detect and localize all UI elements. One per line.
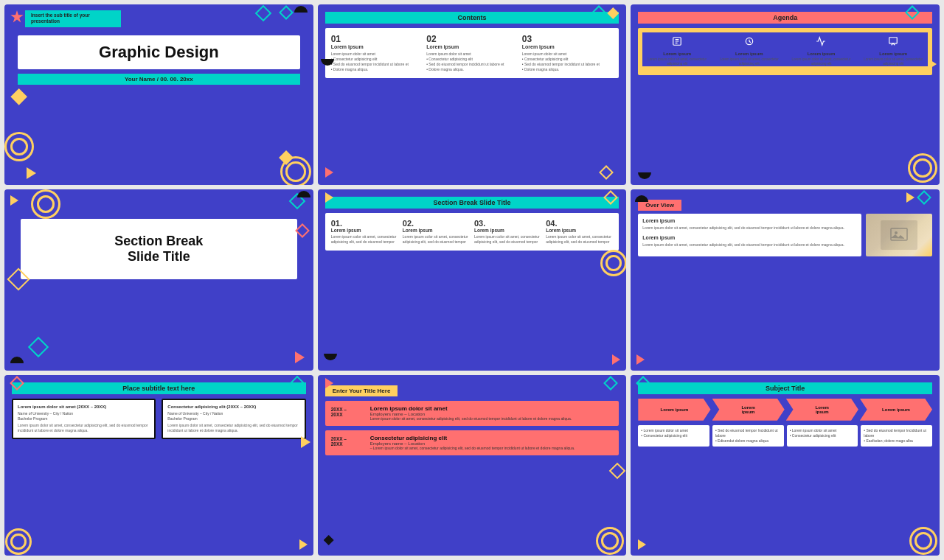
deco-s6-diam [917,190,931,205]
agenda-icons-row: Lorem ipsum Lorem ipsum color sit amet, … [642,32,928,66]
deco-diam-s2-3 [599,165,614,180]
agenda-icon-3: Lorem ipsum Lorem ipsum color sit amet, … [787,32,856,66]
col3-title: Lorem ipsum [522,44,614,49]
slide1-subtitle: Your Name / 00. 00. 20xx [18,74,300,85]
slide7-cards: Lorem ipsum dolor sit amet (20XX – 20XX)… [12,399,306,439]
entry2-body: – Lorem ipsum dolor sit amet, consectetu… [370,446,614,451]
col1-title: Lorem ipsum [331,44,423,49]
deco-circle-2 [285,161,306,182]
s5-col4-title: Lorem ipsum [546,228,613,233]
slide2-content: 01 Lorem ipsum Lorem ipsum dolor sit ame… [325,28,620,78]
slide9-sub-grid: • Lorem ipsum dolor sit amet• Consectetu… [638,425,932,447]
agenda-icon-1: Lorem ipsum Lorem ipsum color sit amet, … [642,32,712,66]
img-inner [881,220,917,250]
col2-num: 02 [426,34,518,44]
s5-col-2: 02. Lorem ipsum Lorem ipsum color sit am… [403,219,470,245]
arrow-4: Lorem ipsum [860,399,932,421]
entry1-row: 20XX –20XX Lorem ipsum dolor sit amet Em… [331,405,614,421]
s5-col-3: 03. Lorem ipsum Lorem ipsum color sit am… [474,219,541,245]
overview-h2: Lorem ipsum [642,235,857,240]
deco-s5-circle [605,255,622,271]
s5-col1-body: Lorem ipsum color sit amet, consectetur … [331,234,398,245]
deco-s9-circle [914,532,932,550]
sub-card-4: • Sed do eiusmod tempor Incididunt ut la… [861,425,932,447]
deco-s3-sc [638,172,651,179]
entry2-row: 20XX –20XX Consectetur adipisicing elit … [331,435,614,451]
deco-star-1 [10,10,24,24]
card-1: Lorem ipsum dolor sit amet (20XX – 20XX)… [12,399,156,439]
slide5-content: 01. Lorem ipsum Lorem ipsum color sit am… [325,213,620,251]
deco-s4-sc [297,191,310,197]
s5-col2-body: Lorem ipsum color sit amet, consectetur … [403,234,470,245]
col1-body: Lorem ipsum dolor sit amet• Consectetur … [331,52,423,72]
slide4-title-box: Section BreakSlide Title [21,219,297,279]
slide5-header: Section Break Slide Title [325,197,620,209]
agenda-label-2: Lorem ipsum [735,52,763,56]
deco-s4-tri-1 [10,195,18,206]
insert-label-container: Insert the sub title of your presentatio… [25,10,121,27]
entry1-dates: 20XX –20XX [331,405,364,417]
s5-col4-body: Lorem ipsum color sit amet, consectetur … [546,234,613,245]
card1-institution: Name of University – City / NationBachel… [18,411,150,421]
col3-num: 03 [522,34,614,44]
arrow-3: Loremipsum [786,399,858,421]
agenda-icon-2: Lorem ipsum Lorem ipsum color sit amet, … [715,32,784,66]
entry2-content: Consectetur adipisicing elit Employers n… [370,435,614,451]
sub-card-3: • Lorem ipsum dolor sit amet• Consectetu… [787,425,858,447]
slide-7-resume: Place subtitle text here Lorem ipsum dol… [4,375,313,556]
agenda-body-4: Lorem ipsum color sit amet, consectetur … [858,57,928,66]
col3-body: Lorem ipsum dolor sit amet• Consectetur … [522,52,614,72]
slide9-arrows: Lorem ipsum Loremipsum Loremipsum Lorem … [638,399,932,421]
deco-s3-circle [913,158,932,178]
deco-s4-diam-1 [288,193,305,210]
col2-body: Lorem ipsum dolor sit amet• Consectetur … [426,52,518,72]
s5-col1-title: Lorem ipsum [331,228,398,233]
overview-body2: Lorem ipsum dolor sit amet, consectetur … [642,242,857,248]
deco-s8-2 [603,376,618,391]
agenda-body-3: Lorem ipsum color sit amet, consectetur … [787,57,856,66]
deco-s4-diam-3 [295,223,310,238]
deco-triangle-1 [27,167,36,179]
s5-col2-num: 02. [403,219,470,228]
svg-point-7 [895,231,898,234]
s5-col2-title: Lorem ipsum [403,228,470,233]
entry2-title: Consectetur adipisicing elit [370,435,614,441]
svg-rect-6 [891,228,907,240]
slide8-entry-1: 20XX –20XX Lorem ipsum dolor sit amet Em… [325,401,620,426]
agenda-body-2: Lorem ipsum color sit amet, consectetur … [715,57,784,66]
slide-8-timeline: Enter Your Title Here 20XX –20XX Lorem i… [318,375,627,556]
slide2-header: Contents [325,12,620,24]
entry2-dates: 20XX –20XX [331,435,364,447]
slide-9-process: Subject Title Lorem ipsum Loremipsum Lor… [631,375,940,556]
deco-s5-sc [324,354,337,360]
card-2: Consectetur adipisicing elit (20XX – 20X… [162,399,305,439]
deco-s8-3 [609,463,626,480]
deco-diamond-yellow [10,88,27,105]
card2-title: Consectetur adipisicing elit (20XX – 20X… [167,405,299,409]
slide-6-overview: Over View Lorem ipsum Lorem ipsum dolor … [631,189,940,370]
deco-s7-circle [10,533,27,550]
card1-title: Lorem ipsum dolor sit amet (20XX – 20XX) [18,405,150,409]
svg-rect-5 [889,38,898,43]
slide7-header: Place subtitle text here [12,382,306,394]
col-1: 01 Lorem ipsum Lorem ipsum dolor sit ame… [331,34,423,72]
agenda-icon-circle-3 [812,32,830,50]
card2-institution: Name of University – City / NationBachel… [167,411,299,421]
s5-col4-num: 04. [546,219,613,228]
title-box-1: Graphic Design [18,35,300,69]
s5-col3-num: 03. [474,219,541,228]
slide-4-section-break: Section BreakSlide Title [4,189,313,370]
slide8-entry-2: 20XX –20XX Consectetur adipisicing elit … [325,430,620,455]
deco-circle-1 [10,138,28,155]
deco-diamond-1 [254,5,271,22]
overview-text: Lorem ipsum Lorem ipsum dolor sit amet, … [638,214,861,256]
col2-title: Lorem ipsum [426,44,518,49]
entry1-title: Lorem ipsum dolor sit amet [370,405,614,412]
col1-num: 01 [331,34,423,44]
agenda-label-4: Lorem ipsum [879,52,907,56]
deco-s4-tri-2 [295,351,305,363]
s5-col3-title: Lorem ipsum [474,228,541,233]
entry1-body: Lorem ipsum dolor sit amet, consectetur … [370,416,614,421]
agenda-icon-circle-2 [740,32,758,50]
slide-5-section-content: Section Break Slide Title 01. Lorem ipsu… [318,189,627,370]
